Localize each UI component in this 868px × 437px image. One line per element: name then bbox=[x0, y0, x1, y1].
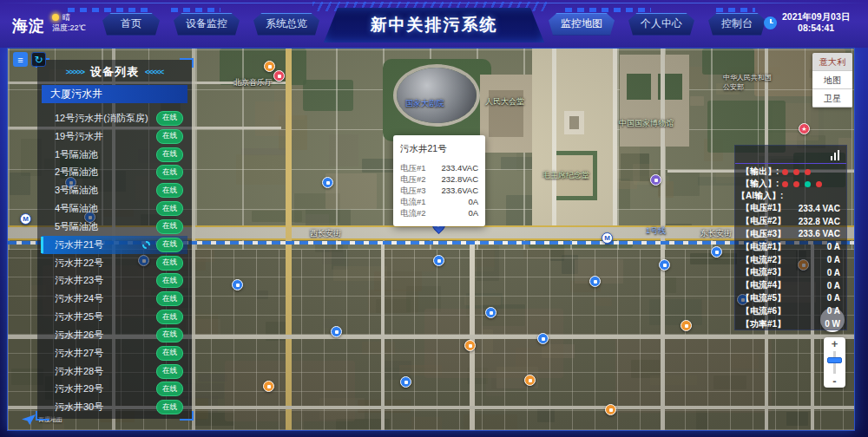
device-list-item[interactable]: 污水井22号在线 bbox=[42, 254, 187, 272]
blue-poi-marker[interactable] bbox=[400, 376, 411, 388]
telemetry-value: 0 A bbox=[827, 281, 840, 290]
device-label: 3号隔油池 bbox=[55, 184, 156, 197]
app-logo: 海淀 bbox=[12, 16, 45, 36]
red-star-poi-marker[interactable]: ★ bbox=[799, 123, 810, 134]
red-poi-marker[interactable] bbox=[273, 70, 285, 82]
device-list-title: >>>>> 设备列表 <<<<< bbox=[37, 60, 192, 84]
blue-poi-marker[interactable] bbox=[589, 276, 601, 287]
orange-poi-marker[interactable] bbox=[681, 320, 692, 331]
baidu-logo-icon bbox=[22, 414, 36, 425]
blue-poi-marker[interactable] bbox=[659, 259, 670, 271]
status-badge: 在线 bbox=[156, 238, 183, 252]
device-label: 4号隔油池 bbox=[55, 202, 156, 215]
zoom-in-button[interactable]: + bbox=[832, 337, 838, 350]
marker-glyph bbox=[490, 311, 493, 315]
list-icon[interactable]: ≡ bbox=[13, 52, 28, 67]
status-badge: 在线 bbox=[156, 346, 183, 361]
zoom-slider-track[interactable] bbox=[833, 351, 836, 374]
device-list-item[interactable]: 5号隔油池在线 bbox=[42, 218, 187, 236]
device-list-item[interactable]: 污水井21号在线 bbox=[42, 236, 187, 254]
weather-widget: 晴 温度:22℃ bbox=[52, 12, 86, 33]
device-list-item[interactable]: 污水井26号在线 bbox=[42, 326, 187, 344]
map-viewport[interactable]: 国家大剧院人民大会堂毛主席纪念堂中国国家博物馆北京音乐厅西长安街东长安街1号线中… bbox=[7, 48, 855, 431]
telemetry-value: 233.6 VAC bbox=[799, 229, 840, 238]
telemetry-label: 【电流#2】 bbox=[741, 254, 786, 266]
panel-corner bbox=[180, 58, 194, 68]
blue-poi-marker[interactable] bbox=[232, 279, 243, 290]
blue-poi-marker[interactable] bbox=[322, 177, 333, 188]
device-label: 5号隔油池 bbox=[55, 220, 156, 233]
blue-poi-marker[interactable] bbox=[537, 333, 549, 344]
refresh-icon[interactable]: ↻ bbox=[31, 52, 46, 67]
zoom-slider-handle[interactable] bbox=[827, 357, 842, 363]
telemetry-value: 0 A bbox=[827, 268, 840, 277]
device-list-item[interactable]: 污水井23号在线 bbox=[42, 271, 187, 290]
map-layer-option[interactable]: 地图 bbox=[812, 71, 852, 89]
nav-button[interactable]: 首页 bbox=[102, 13, 160, 36]
nav-button[interactable]: 系统总览 bbox=[253, 13, 319, 36]
nav-button-active[interactable]: 监控地图 bbox=[549, 13, 615, 36]
telemetry-row: 【电流#6】0 A bbox=[735, 304, 846, 317]
telemetry-value: 233.4 VAC bbox=[799, 204, 840, 213]
popup-row-value: 0A bbox=[468, 207, 478, 218]
device-list-item[interactable]: 2号隔油池在线 bbox=[42, 163, 187, 181]
status-badge: 在线 bbox=[156, 129, 183, 144]
device-list-item[interactable]: 4号隔油池在线 bbox=[42, 199, 187, 218]
orange-poi-marker[interactable] bbox=[264, 61, 275, 72]
gear-icon[interactable] bbox=[142, 241, 150, 249]
popup-row-label: 电压#2 bbox=[400, 173, 426, 185]
status-badge: 在线 bbox=[156, 310, 183, 324]
zoom-out-button[interactable]: - bbox=[832, 375, 836, 388]
telemetry-label: 【电流#5】 bbox=[741, 292, 786, 304]
status-badge: 在线 bbox=[156, 201, 183, 216]
device-group-header[interactable]: 大厦污水井 bbox=[42, 85, 187, 103]
popup-row-value: 232.8VAC bbox=[441, 173, 478, 185]
nav-button[interactable]: 控制台 bbox=[708, 13, 766, 36]
device-list-item[interactable]: 污水井30号在线 bbox=[42, 398, 187, 416]
device-list-item[interactable]: 1号隔油池在线 bbox=[42, 146, 187, 164]
blue-poi-marker[interactable] bbox=[485, 307, 496, 318]
nav-button[interactable]: 设备监控 bbox=[174, 13, 240, 36]
input-label: 【输入】: bbox=[741, 178, 779, 190]
status-badge: 在线 bbox=[156, 111, 183, 126]
blue-poi-marker[interactable] bbox=[711, 246, 722, 258]
bar-chart-icon[interactable] bbox=[831, 150, 840, 160]
orange-poi-marker[interactable] bbox=[464, 340, 476, 351]
device-list-item[interactable]: 污水井27号在线 bbox=[42, 344, 187, 362]
telemetry-row: 【电压#3】233.6 VAC bbox=[735, 228, 846, 241]
orange-poi-marker[interactable] bbox=[605, 404, 616, 415]
input-status-dots bbox=[782, 181, 822, 187]
blue-poi-marker[interactable] bbox=[331, 326, 342, 337]
device-label: 污水井27号 bbox=[55, 347, 156, 360]
status-badge: 在线 bbox=[156, 328, 183, 342]
device-list-item[interactable]: 污水井28号在线 bbox=[42, 362, 187, 381]
device-list-item[interactable]: 污水井25号在线 bbox=[42, 308, 187, 326]
map-mini-toolbar: ≡ ↻ bbox=[13, 52, 46, 67]
blue-poi-marker[interactable] bbox=[433, 255, 444, 266]
metro-poi-marker[interactable]: M bbox=[20, 213, 31, 225]
marker-glyph bbox=[594, 280, 597, 284]
marker-glyph bbox=[529, 379, 532, 382]
orange-poi-marker[interactable] bbox=[524, 375, 536, 386]
nav-right: 监控地图个人中心控制台 bbox=[549, 0, 766, 48]
device-list-item[interactable]: 12号污水井(消防泵房)在线 bbox=[42, 109, 187, 127]
device-list-item[interactable]: 污水井29号在线 bbox=[42, 380, 187, 398]
device-list-item[interactable]: 3号隔油池在线 bbox=[42, 181, 187, 199]
device-list-item[interactable]: 19号污水井在线 bbox=[42, 127, 187, 146]
map-layer-option[interactable]: 卫星 bbox=[812, 89, 852, 108]
purple-poi-marker[interactable] bbox=[650, 174, 661, 186]
orange-poi-marker[interactable] bbox=[263, 381, 274, 392]
nav-button[interactable]: 个人中心 bbox=[628, 13, 694, 36]
marker-glyph bbox=[326, 181, 330, 185]
map-layer-option[interactable]: 意大利 bbox=[812, 53, 852, 71]
device-list-item[interactable]: 污水井24号在线 bbox=[42, 290, 187, 308]
status-dot-red bbox=[793, 181, 799, 187]
telemetry-label: 【电压#3】 bbox=[741, 228, 786, 240]
output-status-row: 【输出】: bbox=[735, 166, 846, 178]
device-label: 污水井30号 bbox=[55, 401, 156, 414]
status-badge: 在线 bbox=[156, 183, 183, 198]
marker-glyph bbox=[278, 75, 281, 78]
metro-poi-marker[interactable]: M bbox=[602, 232, 613, 244]
top-bar: 海淀 晴 温度:22℃ 首页设备监控系统总览 新中关排污系统 监控地图个人中心控… bbox=[0, 0, 868, 48]
weather-condition: 晴 bbox=[62, 12, 70, 23]
